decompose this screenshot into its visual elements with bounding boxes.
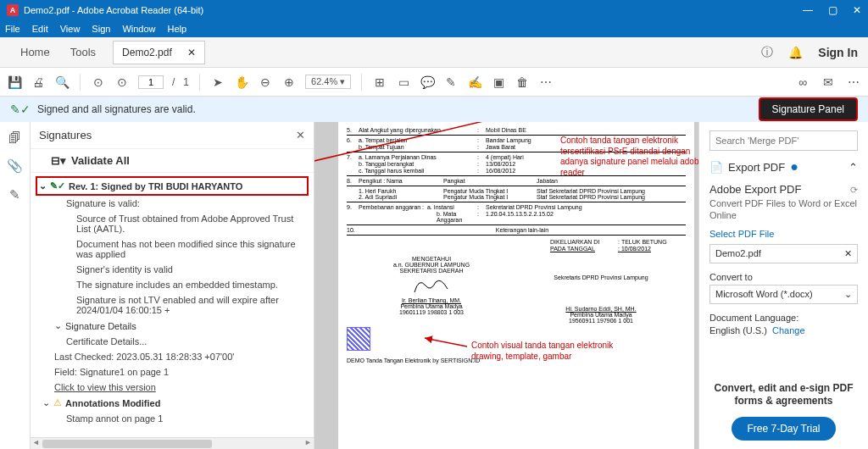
zoom-select[interactable]: 62.4% ▾ (305, 75, 351, 89)
validate-menu-icon[interactable]: ⊟▾ (51, 154, 66, 167)
chevron-down-icon[interactable]: ⌄ (54, 320, 62, 331)
signature-rev1-label: Rev. 1: Signed by TRI BUDI HARYANTO (69, 181, 242, 191)
change-language-link[interactable]: Change (772, 325, 805, 335)
chevron-down-icon[interactable]: ⌄ (844, 289, 852, 300)
nav-home[interactable]: Home (10, 41, 60, 64)
info-dot-icon[interactable]: ● (790, 159, 798, 175)
hand-icon[interactable]: ✋ (234, 75, 249, 89)
signature-details-head[interactable]: ⌄ Signature Details (36, 318, 309, 334)
selected-file-field[interactable]: Demo2.pdf✕ (709, 244, 858, 263)
stamp-icon[interactable]: ▣ (491, 75, 506, 89)
alert-icon[interactable]: ⓘ (761, 45, 773, 60)
app-icon: A (7, 4, 19, 16)
page-down-icon[interactable]: ⊙ (114, 75, 130, 89)
email-icon[interactable]: ✉ (821, 75, 836, 89)
panel-h-scrollbar[interactable] (31, 437, 314, 449)
print-icon[interactable]: 🖨 (31, 75, 46, 89)
warning-icon: ⚠ (53, 397, 62, 408)
chevron-down-icon[interactable]: ⌄ (39, 180, 47, 191)
menu-file[interactable]: File (5, 24, 20, 34)
last-checked-text: Last Checked: 2023.05.31 18:28:33 +07'00… (36, 349, 309, 364)
delete-icon[interactable]: 🗑 (515, 75, 530, 89)
bell-icon[interactable]: 🔔 (788, 46, 803, 59)
chevron-down-icon[interactable]: ⌄ (42, 397, 50, 408)
sign-icon[interactable]: ✍ (467, 75, 482, 89)
signatures-panel-title: Signatures (39, 129, 92, 141)
sig-valid-text: Signature is valid: (36, 196, 309, 211)
fit-width-icon[interactable]: ⊞ (372, 75, 387, 89)
signature-valid-icon: ✎✓ (10, 103, 31, 116)
page-separator: / (172, 76, 175, 88)
highlight-icon[interactable]: ✎ (443, 75, 459, 89)
export-desc: Convert PDF Files to Word or Excel Onlin… (709, 197, 858, 222)
search-icon[interactable]: 🔍 (54, 75, 70, 89)
page-up-icon[interactable]: ⊙ (91, 75, 106, 89)
annotation-top: Contoh tanda tangan elektronik tersertif… (560, 136, 698, 178)
adobe-export-title: Adobe Export PDF (709, 183, 801, 196)
page-current-input[interactable] (138, 75, 164, 89)
promo-text: Convert, edit and e-sign PDF forms & agr… (709, 382, 858, 408)
field-text: Field: Signature1 on page 1 (36, 364, 309, 380)
signature-panel-button[interactable]: Signature Panel (759, 97, 858, 121)
close-icon[interactable]: ✕ (853, 4, 861, 16)
fit-page-icon[interactable]: ▭ (396, 75, 411, 89)
free-trial-button[interactable]: Free 7-Day Trial (732, 417, 835, 441)
menu-edit[interactable]: Edit (32, 24, 48, 34)
export-pdf-icon: 📄 (709, 161, 723, 174)
convert-to-label: Convert to (709, 272, 858, 282)
chevron-up-icon[interactable]: ⌃ (849, 161, 858, 174)
qr-code (347, 327, 370, 351)
attachments-icon[interactable]: 📎 (7, 158, 23, 174)
thumbnails-icon[interactable]: 🗐 (8, 130, 21, 145)
maximize-icon[interactable]: ▢ (828, 4, 837, 16)
sig-timestamp-text: The signature includes an embedded times… (36, 277, 309, 292)
signature-image (410, 275, 453, 296)
search-input[interactable] (709, 130, 858, 151)
convert-target-select[interactable]: Microsoft Word (*.docx)⌄ (709, 285, 858, 304)
sig-source-text: Source of Trust obtained from Adobe Appr… (36, 211, 309, 236)
document-tab-label: Demo2.pdf (122, 47, 172, 58)
zoom-in-icon[interactable]: ⊕ (281, 75, 297, 89)
page-total: 1 (183, 76, 189, 88)
click-view-version-link[interactable]: Click to view this version (36, 380, 309, 395)
menu-view[interactable]: View (60, 24, 81, 34)
select-icon[interactable]: ➤ (210, 75, 225, 89)
menu-window[interactable]: Window (122, 24, 155, 34)
close-tab-icon[interactable]: ✕ (187, 47, 196, 58)
annotations-modified-head[interactable]: ⌄ ⚠ Annotations Modified (36, 395, 309, 411)
window-title: Demo2.pdf - Adobe Acrobat Reader (64-bit… (24, 5, 803, 15)
menu-help[interactable]: Help (168, 24, 187, 34)
signature-badge-icon: ✎✓ (50, 180, 65, 191)
close-panel-icon[interactable]: ✕ (296, 129, 305, 141)
sig-identity-text: Signer's identity is valid (36, 262, 309, 277)
zoom-out-icon[interactable]: ⊖ (258, 75, 273, 89)
comment-icon[interactable]: 💬 (420, 75, 435, 89)
document-language-label: Document Language: (709, 313, 858, 323)
signature-rev1[interactable]: ⌄ ✎✓ Rev. 1: Signed by TRI BUDI HARYANTO (36, 176, 309, 196)
sig-ltv-text: Signature is not LTV enabled and will ex… (36, 292, 309, 318)
document-language-value: English (U.S.) (709, 325, 767, 335)
more-icon[interactable]: ⋯ (538, 75, 554, 89)
select-pdf-link[interactable]: Select PDF File (709, 229, 858, 239)
document-view[interactable]: 5.Alat Angkut yang dipergunakan:Mobil Di… (314, 122, 698, 449)
menu-sign[interactable]: Sign (92, 24, 110, 34)
signature-status-text: Signed and all signatures are valid. (37, 103, 196, 115)
save-icon[interactable]: 💾 (7, 75, 22, 89)
nav-tools[interactable]: Tools (60, 41, 106, 64)
sig-notmodified-text: Document has not been modified since thi… (36, 236, 309, 262)
export-pdf-label[interactable]: Export PDF (728, 161, 785, 174)
document-tab[interactable]: Demo2.pdf ✕ (113, 41, 205, 64)
clear-file-icon[interactable]: ✕ (844, 248, 852, 259)
sign-in-button[interactable]: Sign In (818, 46, 858, 59)
validate-all-button[interactable]: Validate All (71, 154, 130, 167)
share-icon[interactable]: ∞ (795, 75, 810, 89)
signatures-rail-icon[interactable]: ✎ (9, 187, 20, 202)
annotation-bottom: Contoh visual tanda tangan elektronik dr… (471, 341, 641, 362)
refresh-icon[interactable]: ⟳ (850, 185, 858, 196)
minimize-icon[interactable]: — (803, 4, 813, 16)
stamp-annot-text: Stamp annot on page 1 (36, 411, 309, 426)
menu-icon[interactable]: ⋯ (846, 75, 861, 89)
certificate-details-link[interactable]: Certificate Details... (36, 334, 309, 349)
